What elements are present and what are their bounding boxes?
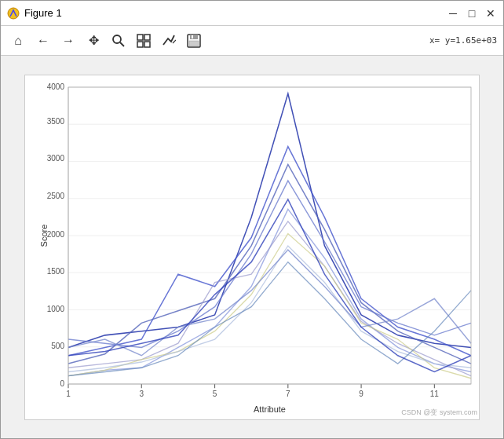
toolbar-buttons: ⌂ ← → ✥ [7, 30, 205, 52]
svg-text:5: 5 [213, 389, 217, 397]
title-bar-left: Figure 1 [7, 7, 62, 20]
svg-text:1500: 1500 [47, 267, 65, 276]
svg-text:0: 0 [60, 379, 64, 387]
watermark: CSDN @变 system.com [401, 408, 477, 418]
data-line-10 [68, 262, 471, 375]
svg-line-7 [173, 40, 176, 43]
configure-button[interactable] [133, 30, 155, 52]
svg-rect-3 [137, 35, 143, 40]
svg-text:4000: 4000 [47, 82, 65, 90]
chart-container: Score Attribute [24, 75, 480, 420]
chart-area: Score Attribute [1, 56, 503, 438]
data-line-2 [68, 146, 471, 355]
chart-svg: 0 500 1000 1500 2000 2500 3000 3500 [68, 87, 471, 384]
edit-lines-button[interactable] [158, 30, 180, 52]
coords-display: x= y=1.65e+03 [429, 35, 497, 46]
svg-text:1: 1 [66, 389, 71, 397]
toolbar: ⌂ ← → ✥ [1, 26, 503, 56]
title-bar-controls: ─ □ ✕ [447, 7, 497, 20]
svg-text:2500: 2500 [47, 191, 65, 199]
y-axis-label: Score [39, 224, 49, 247]
main-window: Figure 1 ─ □ ✕ ⌂ ← → ✥ [0, 0, 504, 439]
app-icon [7, 7, 20, 20]
save-icon [187, 34, 201, 48]
svg-text:3500: 3500 [47, 116, 65, 125]
svg-line-2 [120, 42, 124, 46]
svg-rect-6 [144, 42, 150, 47]
svg-text:3: 3 [139, 389, 144, 397]
zoom-button[interactable] [108, 30, 130, 52]
back-button[interactable]: ← [32, 30, 54, 52]
svg-text:9: 9 [359, 389, 363, 397]
edit-lines-icon [162, 34, 176, 48]
svg-text:1000: 1000 [47, 304, 65, 313]
close-button[interactable]: ✕ [484, 7, 497, 20]
configure-icon [137, 34, 151, 48]
title-bar: Figure 1 ─ □ ✕ [1, 1, 503, 26]
data-line-9 [68, 250, 471, 356]
svg-rect-5 [137, 42, 143, 47]
save-button[interactable] [183, 30, 205, 52]
home-button[interactable]: ⌂ [7, 30, 29, 52]
svg-rect-10 [189, 41, 199, 46]
maximize-button[interactable]: □ [466, 7, 478, 20]
svg-text:500: 500 [51, 342, 64, 350]
svg-text:11: 11 [430, 389, 439, 397]
window-title: Figure 1 [24, 7, 62, 19]
data-line-1 [68, 93, 471, 347]
data-line-7 [68, 233, 471, 378]
svg-rect-4 [144, 35, 150, 40]
svg-text:2000: 2000 [47, 229, 65, 238]
x-axis-label: Attribute [254, 404, 286, 414]
data-line-11 [68, 199, 471, 371]
svg-text:3000: 3000 [47, 154, 65, 163]
minimize-button[interactable]: ─ [447, 7, 459, 20]
data-line-5 [68, 209, 471, 375]
chart-inner: Score Attribute [68, 87, 471, 384]
svg-text:7: 7 [286, 389, 290, 397]
svg-rect-11 [192, 35, 193, 38]
forward-button[interactable]: → [57, 30, 79, 52]
svg-point-1 [113, 35, 121, 43]
svg-rect-9 [190, 35, 198, 39]
pan-button[interactable]: ✥ [82, 30, 104, 52]
zoom-icon [111, 34, 126, 48]
